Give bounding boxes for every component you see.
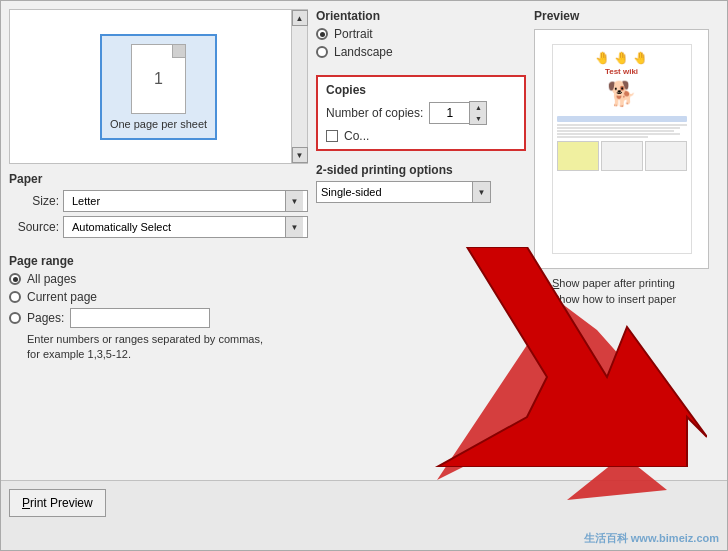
two-sided-arrow: ▼ [472, 182, 490, 202]
paper-section-title: Paper [9, 172, 308, 186]
copies-section: Copies Number of copies: 1 ▲ ▼ Co... [316, 75, 526, 151]
preview-table-col2 [601, 141, 643, 171]
collate-checkbox[interactable] [326, 130, 338, 142]
page-icon-number: 1 [154, 70, 163, 88]
preview-box: 🤚 🤚 🤚 Test wiki 🐕 [534, 29, 709, 269]
paper-size-value: Letter [68, 195, 285, 207]
show-how-radio[interactable] [534, 293, 546, 305]
copies-spinner: ▲ ▼ [469, 101, 487, 125]
current-page-radio[interactable] [9, 291, 21, 303]
page-range-section: Page range All pages Current page Pages:… [9, 254, 308, 363]
watermark: 生活百科 www.bimeiz.com [584, 529, 719, 546]
copies-down-btn[interactable]: ▼ [470, 113, 486, 124]
portrait-label: Portrait [334, 27, 373, 41]
paper-source-select[interactable]: Automatically Select ▼ [63, 216, 308, 238]
show-after-radio[interactable] [534, 277, 546, 289]
preview-title: Preview [534, 9, 719, 23]
copies-title: Copies [326, 83, 516, 97]
copies-number-label: Number of copies: [326, 106, 423, 120]
landscape-option[interactable]: Landscape [316, 45, 526, 59]
page-layout-scroll: ▲ ▼ [291, 10, 307, 163]
two-sided-title: 2-sided printing options [316, 163, 526, 177]
hand-icon-red2: 🤚 [633, 51, 648, 65]
show-after-label: Show paper after printing [552, 277, 675, 289]
paper-size-label: Size: [9, 194, 59, 208]
two-sided-value: Single-sided [317, 186, 472, 198]
paper-size-row: Size: Letter ▼ [9, 190, 308, 212]
hand-icon-red: 🤚 [595, 51, 610, 65]
hand-icon-blue: 🤚 [614, 51, 629, 65]
page-range-title: Page range [9, 254, 308, 268]
preview-content-lines [553, 112, 691, 175]
paper-source-label: Source: [9, 220, 59, 234]
paper-source-value: Automatically Select [68, 221, 285, 233]
show-how-row[interactable]: Show how to insert paper [534, 293, 719, 305]
pages-label: Pages: [27, 311, 64, 325]
print-preview-button[interactable]: Print Preview [9, 489, 106, 517]
all-pages-radio[interactable] [9, 273, 21, 285]
paper-size-arrow: ▼ [285, 191, 303, 211]
paper-source-arrow: ▼ [285, 217, 303, 237]
copies-input[interactable]: 1 [429, 102, 469, 124]
preview-page-title: Test wiki [553, 67, 691, 76]
landscape-radio[interactable] [316, 46, 328, 58]
paper-section: Paper Size: Letter ▼ Source: Automatical… [9, 172, 308, 242]
print-preview-label: rint Preview [30, 496, 93, 510]
copies-input-container: 1 ▲ ▼ [429, 101, 487, 125]
page-layout-box: 1 One page per sheet ▲ ▼ [9, 9, 308, 164]
scroll-down-btn[interactable]: ▼ [292, 147, 308, 163]
scroll-up-btn[interactable]: ▲ [292, 10, 308, 26]
portrait-option[interactable]: Portrait [316, 27, 526, 41]
orientation-section: Orientation Portrait Landscape [316, 9, 526, 63]
preview-table-col1 [557, 141, 599, 171]
collate-label: Co... [344, 129, 369, 143]
two-sided-section: 2-sided printing options Single-sided ▼ [316, 163, 526, 203]
preview-panel: Preview 🤚 🤚 🤚 Test wiki 🐕 [534, 9, 719, 423]
current-page-option[interactable]: Current page [9, 290, 308, 304]
all-pages-option[interactable]: All pages [9, 272, 308, 286]
preview-table-col3 [645, 141, 687, 171]
print-options: Show paper after printing Show how to in… [534, 277, 719, 305]
show-after-row[interactable]: Show paper after printing [534, 277, 719, 289]
pages-input[interactable] [70, 308, 210, 328]
preview-header: 🤚 🤚 🤚 [553, 45, 691, 67]
preview-page: 🤚 🤚 🤚 Test wiki 🐕 [552, 44, 692, 254]
print-preview-underline: P [22, 496, 30, 510]
collate-row: Co... [326, 129, 516, 143]
preview-line-4 [557, 133, 681, 135]
preview-line-header [557, 116, 687, 122]
copies-row: Number of copies: 1 ▲ ▼ [326, 101, 516, 125]
all-pages-label: All pages [27, 272, 76, 286]
page-icon: 1 [131, 44, 186, 114]
watermark-text: 生活百科 www.bimeiz.com [584, 532, 719, 544]
preview-table [557, 141, 687, 171]
current-page-label: Current page [27, 290, 97, 304]
print-dialog: 1 One page per sheet ▲ ▼ Paper Size: Let… [0, 0, 728, 551]
portrait-radio[interactable] [316, 28, 328, 40]
preview-line-2 [557, 127, 681, 129]
one-page-option[interactable]: 1 One page per sheet [100, 34, 217, 140]
show-how-label: Show how to insert paper [552, 293, 676, 305]
landscape-label: Landscape [334, 45, 393, 59]
left-panel: 1 One page per sheet ▲ ▼ Paper Size: Let… [9, 9, 308, 423]
pages-radio[interactable] [9, 312, 21, 324]
dog-icon: 🐕 [607, 80, 637, 108]
preview-line-5 [557, 136, 648, 138]
scroll-track [292, 26, 308, 147]
right-settings: Orientation Portrait Landscape Copies Nu… [316, 9, 526, 423]
pages-row: Pages: [9, 308, 308, 328]
paper-source-row: Source: Automatically Select ▼ [9, 216, 308, 238]
preview-dog-area: 🐕 [553, 80, 691, 108]
page-option-label: One page per sheet [110, 118, 207, 130]
pages-help-text: Enter numbers or ranges separated by com… [27, 332, 277, 363]
orientation-title: Orientation [316, 9, 526, 23]
preview-line-1 [557, 124, 687, 126]
preview-line-3 [557, 130, 674, 132]
two-sided-select[interactable]: Single-sided ▼ [316, 181, 491, 203]
paper-size-select[interactable]: Letter ▼ [63, 190, 308, 212]
copies-up-btn[interactable]: ▲ [470, 102, 486, 113]
